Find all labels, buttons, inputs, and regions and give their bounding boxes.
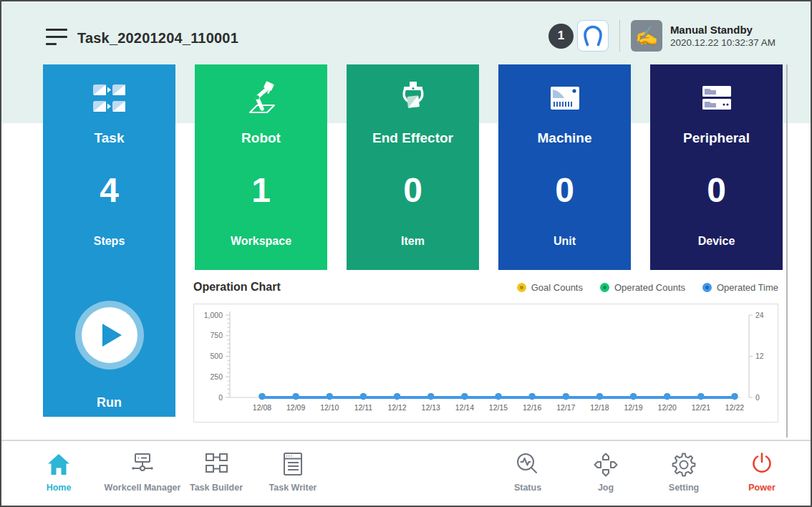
- page-title: Task_20201204_110001: [77, 30, 238, 47]
- card-title: Robot: [195, 130, 327, 146]
- svg-text:750: 750: [210, 331, 223, 339]
- workcell-manager-icon: [129, 448, 156, 478]
- svg-text:0: 0: [218, 393, 223, 402]
- card-unit: Device: [650, 235, 783, 248]
- chart-legend: Goal Counts Operated Counts Operated Tim…: [517, 282, 778, 293]
- power-icon: [748, 448, 775, 478]
- chart-header: Operation Chart Goal Counts Operated Cou…: [193, 278, 778, 296]
- nav-power[interactable]: Power: [708, 448, 812, 493]
- header-divider: [619, 20, 620, 52]
- bottom-nav: Home Workcell Manager: [1, 440, 811, 507]
- status-timestamp: 2020.12.22 10:32:37 AM: [670, 37, 775, 48]
- svg-text:12/19: 12/19: [624, 403, 642, 412]
- home-icon: [45, 448, 72, 478]
- operated-time-dot-icon: [702, 283, 712, 292]
- svg-text:12/20: 12/20: [658, 403, 677, 412]
- robot-status: Manual Standby 2020.12.22 10:32:37 AM: [670, 24, 775, 48]
- run-label: Run: [97, 395, 122, 410]
- status-icon: [514, 448, 541, 478]
- peripheral-icon: [650, 76, 783, 122]
- card-value: 4: [43, 169, 175, 212]
- operated-counts-dot-icon: [600, 283, 609, 292]
- svg-text:1,000: 1,000: [204, 311, 223, 319]
- svg-text:12/21: 12/21: [692, 403, 710, 412]
- status-title: Manual Standby: [670, 24, 775, 36]
- gripper-icon: [579, 21, 607, 50]
- card-title: End Effector: [347, 130, 479, 146]
- card-peripheral[interactable]: Peripheral 0 Device: [650, 64, 783, 270]
- run-button[interactable]: Run: [43, 301, 175, 410]
- svg-text:12/22: 12/22: [725, 403, 744, 412]
- operation-chart-plot: 02505007501,00012/0812/0912/1012/1112/12…: [194, 304, 778, 422]
- vertical-scrollbar[interactable]: [786, 64, 788, 438]
- svg-text:12: 12: [755, 352, 764, 360]
- svg-text:12/10: 12/10: [320, 403, 339, 412]
- card-unit: Steps: [43, 235, 175, 248]
- manual-mode-icon[interactable]: ✍: [631, 20, 662, 52]
- card-value: 0: [650, 169, 783, 212]
- legend-operated-time: Operated Time: [702, 282, 778, 293]
- setting-icon: [670, 448, 697, 478]
- svg-text:12/12: 12/12: [387, 403, 406, 412]
- svg-text:500: 500: [210, 352, 223, 360]
- card-title: Machine: [498, 130, 631, 146]
- svg-text:0: 0: [755, 393, 760, 402]
- task-icon: [43, 76, 175, 122]
- goal-counts-dot-icon: [517, 283, 526, 292]
- card-title: Peripheral: [650, 130, 783, 146]
- robot-teach-pendant-screen: Task_20201204_110001 1 ✍ Manual Standby …: [0, 0, 812, 507]
- svg-text:12/13: 12/13: [422, 403, 440, 412]
- card-machine[interactable]: Machine 0 Unit: [498, 64, 631, 270]
- card-title: Task: [43, 130, 175, 146]
- svg-text:12/14: 12/14: [455, 403, 474, 412]
- card-value: 0: [347, 169, 479, 212]
- svg-text:12/15: 12/15: [489, 403, 508, 412]
- notification-badge[interactable]: 1: [548, 24, 574, 49]
- end-effector-icon: [347, 76, 479, 122]
- card-unit: Item: [347, 235, 479, 248]
- chart-title: Operation Chart: [193, 281, 281, 294]
- card-value: 0: [498, 169, 631, 212]
- svg-text:12/18: 12/18: [590, 403, 609, 412]
- card-unit: Unit: [498, 235, 631, 248]
- svg-text:24: 24: [755, 311, 764, 319]
- svg-text:12/16: 12/16: [523, 403, 541, 412]
- svg-text:250: 250: [210, 372, 223, 381]
- legend-goal-counts: Goal Counts: [517, 282, 583, 293]
- card-end-effector[interactable]: End Effector 0 Item: [347, 64, 479, 270]
- machine-icon: [498, 76, 631, 122]
- task-writer-icon: [279, 448, 306, 478]
- svg-text:12/08: 12/08: [253, 403, 271, 412]
- robot-icon: [195, 76, 327, 122]
- legend-operated-counts: Operated Counts: [600, 282, 685, 293]
- svg-text:12/09: 12/09: [286, 403, 305, 412]
- svg-text:12/17: 12/17: [556, 403, 575, 412]
- card-task[interactable]: Task 4 Steps Run: [43, 64, 175, 417]
- task-builder-icon: [203, 448, 230, 478]
- svg-text:12/11: 12/11: [354, 403, 373, 412]
- gripper-mode-button[interactable]: [577, 20, 609, 52]
- nav-task-writer[interactable]: Task Writer: [239, 448, 347, 493]
- header-right: 1 ✍ Manual Standby 2020.12.22 10:32:37 A…: [548, 19, 775, 52]
- jog-icon: [592, 448, 619, 478]
- card-value: 1: [195, 169, 327, 212]
- play-icon: [102, 324, 122, 347]
- operation-chart: 02505007501,00012/0812/0912/1012/1112/12…: [193, 304, 778, 422]
- menu-icon[interactable]: [46, 29, 67, 47]
- card-robot[interactable]: Robot 1 Workspace: [195, 64, 327, 270]
- card-unit: Workspace: [195, 235, 327, 248]
